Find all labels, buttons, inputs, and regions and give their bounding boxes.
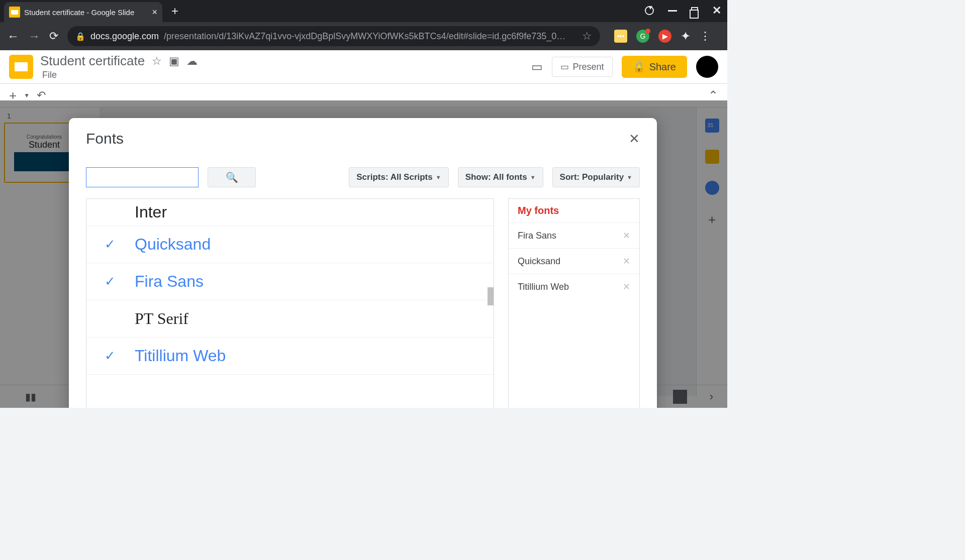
share-lock-icon: 🔒 xyxy=(633,61,645,73)
check-icon: ✓ xyxy=(105,274,120,289)
extensions-puzzle-icon[interactable]: ✦ xyxy=(681,29,691,43)
font-name: PT Serif xyxy=(135,309,188,328)
account-avatar[interactable] xyxy=(696,56,718,78)
my-font-name: Titillium Web xyxy=(518,282,569,292)
app-header: Student certificate ☆ ▣ ☁ File ▭ ▭ Prese… xyxy=(0,50,727,80)
check-icon: ✓ xyxy=(105,348,120,364)
bookmark-star-icon[interactable]: ☆ xyxy=(582,30,592,43)
dropdown-caret-icon: ▼ xyxy=(627,174,632,180)
url-path: /presentation/d/13iKvAZ7qi1vvo-vjxdDgBpl… xyxy=(164,31,565,42)
dialog-title: Fonts xyxy=(86,130,124,147)
present-button[interactable]: ▭ Present xyxy=(552,57,613,77)
move-doc-icon[interactable]: ▣ xyxy=(169,55,179,68)
dropdown-caret-icon: ▼ xyxy=(530,174,536,180)
close-dialog-icon[interactable]: ✕ xyxy=(629,131,640,147)
my-font-row[interactable]: Fira Sans ✕ xyxy=(509,222,639,248)
font-name: Quicksand xyxy=(135,235,211,254)
font-list[interactable]: Inter ✓ Quicksand ✓ Fira Sans PT Serif xyxy=(86,198,494,408)
my-fonts-title: My fonts xyxy=(509,199,639,222)
browser-tab[interactable]: Student certificate - Google Slide × xyxy=(4,2,162,22)
omnibox[interactable]: 🔒 docs.google.com/presentation/d/13iKvAZ… xyxy=(67,26,600,46)
slides-app: Student certificate ☆ ▣ ☁ File ▭ ▭ Prese… xyxy=(0,50,727,408)
slides-logo-icon[interactable] xyxy=(9,55,33,79)
new-tab-button[interactable]: + xyxy=(171,4,178,18)
browser-chrome: Student certificate - Google Slide × + ✕… xyxy=(0,0,727,50)
search-icon: 🔍 xyxy=(226,171,238,183)
scrollbar-thumb[interactable] xyxy=(488,287,494,305)
window-controls: ✕ xyxy=(645,4,721,17)
profile-icon[interactable] xyxy=(645,6,654,15)
new-slide-caret-icon[interactable]: ▼ xyxy=(24,92,30,99)
remove-font-icon[interactable]: ✕ xyxy=(623,230,630,241)
dropdown-caret-icon: ▼ xyxy=(436,174,441,180)
browser-menu-icon[interactable]: ⋮ xyxy=(700,30,711,43)
back-button[interactable]: ← xyxy=(7,29,19,43)
present-label: Present xyxy=(573,62,604,72)
modal-overlay: Fonts ✕ 🔍 Scripts: All Scripts ▼ Show: A… xyxy=(0,100,727,408)
tab-strip: Student certificate - Google Slide × + ✕ xyxy=(0,0,727,22)
font-name: Inter xyxy=(135,203,167,221)
maximize-icon[interactable] xyxy=(691,7,698,14)
close-window-icon[interactable]: ✕ xyxy=(712,4,721,17)
show-filter[interactable]: Show: All fonts ▼ xyxy=(458,167,543,187)
font-name: Fira Sans xyxy=(135,272,204,291)
extension-icon[interactable]: ••• xyxy=(614,30,627,43)
remove-font-icon[interactable]: ✕ xyxy=(623,256,630,267)
youtube-icon[interactable]: ▶ xyxy=(658,30,671,43)
lock-icon: 🔒 xyxy=(75,32,85,41)
comments-icon[interactable]: ▭ xyxy=(531,60,543,74)
present-icon: ▭ xyxy=(560,61,569,72)
font-filter-row: 🔍 Scripts: All Scripts ▼ Show: All fonts… xyxy=(86,167,640,187)
font-row[interactable]: PT Serif xyxy=(86,300,494,338)
font-name: Titillium Web xyxy=(135,347,226,365)
doc-title[interactable]: Student certificate xyxy=(40,53,145,69)
tab-title: Student certificate - Google Slide xyxy=(24,8,148,17)
show-filter-label: Show: All fonts xyxy=(465,172,527,182)
scripts-filter-label: Scripts: All Scripts xyxy=(356,172,432,182)
close-tab-icon[interactable]: × xyxy=(152,7,157,18)
extension-icons: ••• G ▶ ✦ ⋮ xyxy=(614,29,711,43)
share-button[interactable]: 🔒 Share xyxy=(622,56,687,78)
forward-button[interactable]: → xyxy=(28,29,40,43)
font-search-input[interactable] xyxy=(86,167,199,187)
sort-filter-label: Sort: Popularity xyxy=(560,172,624,182)
fonts-dialog: Fonts ✕ 🔍 Scripts: All Scripts ▼ Show: A… xyxy=(69,118,657,408)
grammarly-icon[interactable]: G xyxy=(636,30,649,43)
my-font-row[interactable]: Titillium Web ✕ xyxy=(509,274,639,299)
my-font-name: Quicksand xyxy=(518,256,560,267)
my-font-name: Fira Sans xyxy=(518,231,556,241)
minimize-icon[interactable] xyxy=(668,10,677,12)
font-row[interactable]: ✓ Titillium Web xyxy=(86,338,494,375)
my-fonts-panel: My fonts Fira Sans ✕ Quicksand ✕ Titilli… xyxy=(508,198,640,408)
slides-favicon xyxy=(9,7,20,18)
reload-button[interactable]: ⟳ xyxy=(49,30,58,43)
cloud-status-icon[interactable]: ☁ xyxy=(186,55,198,68)
remove-font-icon[interactable]: ✕ xyxy=(623,281,630,292)
check-icon: ✓ xyxy=(105,237,120,252)
sort-filter[interactable]: Sort: Popularity ▼ xyxy=(552,167,640,187)
star-doc-icon[interactable]: ☆ xyxy=(152,55,162,68)
font-row[interactable]: Inter xyxy=(86,199,494,226)
font-row[interactable]: ✓ Fira Sans xyxy=(86,263,494,300)
url-host: docs.google.com xyxy=(90,31,159,42)
my-font-row[interactable]: Quicksand ✕ xyxy=(509,248,639,274)
omnibox-row: ← → ⟳ 🔒 docs.google.com/presentation/d/1… xyxy=(0,22,727,50)
scripts-filter[interactable]: Scripts: All Scripts ▼ xyxy=(349,167,448,187)
share-label: Share xyxy=(649,61,676,73)
font-row[interactable]: ✓ Quicksand xyxy=(86,226,494,263)
file-menu[interactable]: File xyxy=(40,70,198,80)
font-search-button[interactable]: 🔍 xyxy=(208,167,256,187)
